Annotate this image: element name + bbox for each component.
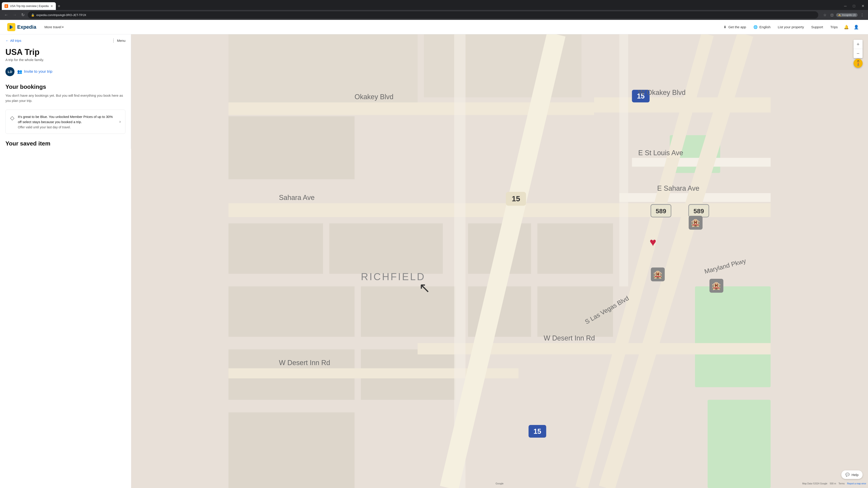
bell-icon: 🔔: [844, 25, 849, 30]
bookmark-button[interactable]: ☆: [822, 12, 828, 18]
panel-top-bar: ← All trips ⋮ Menu: [0, 34, 131, 45]
maximize-button[interactable]: □: [851, 3, 857, 9]
saved-items-title: Your saved item: [0, 138, 131, 149]
browser-chrome: E USA Trip trip overview | Expedia ✕ + ─…: [0, 0, 868, 20]
svg-text:15: 15: [533, 427, 541, 435]
svg-text:E Sahara Ave: E Sahara Ave: [657, 184, 700, 192]
help-button[interactable]: 💬 Help: [841, 470, 863, 479]
menu-label: Menu: [117, 39, 125, 42]
svg-rect-9: [228, 223, 323, 274]
back-arrow-icon: ←: [5, 39, 9, 42]
left-panel-wrapper: ← All trips ⋮ Menu USA Trip A trip for t…: [0, 34, 131, 488]
svg-text:589: 589: [656, 207, 666, 215]
incognito-label: Incognito (2): [842, 13, 856, 16]
svg-rect-15: [228, 412, 355, 488]
active-tab[interactable]: E USA Trip trip overview | Expedia ✕: [2, 2, 56, 10]
help-chat-icon: 💬: [845, 473, 850, 477]
list-property-label: List your property: [778, 25, 804, 29]
trips-button[interactable]: Trips: [827, 23, 841, 31]
forward-button[interactable]: →: [11, 12, 18, 18]
all-trips-link[interactable]: ← All trips: [5, 39, 21, 42]
invite-to-trip-button[interactable]: 👥 Invite to your trip: [17, 69, 53, 74]
menu-button[interactable]: ⋮ Menu: [112, 38, 125, 43]
split-screen-button[interactable]: ⊡: [829, 12, 835, 18]
more-travel-label: More travel: [44, 25, 61, 29]
promo-main-text: It's great to be Blue. You unlocked Memb…: [18, 114, 116, 125]
tab-favicon: E: [4, 4, 8, 8]
globe-icon: 🌐: [753, 25, 758, 29]
language-button[interactable]: 🌐 English: [750, 23, 774, 31]
svg-text:🏨: 🏨: [712, 281, 721, 290]
svg-marker-1: [11, 25, 13, 29]
site-navigation: Expedia More travel ▾ ⬇ Get the app 🌐 En…: [0, 20, 868, 34]
trips-label: Trips: [830, 25, 838, 29]
tab-title: USA Trip trip overview | Expedia: [10, 4, 49, 8]
page-wrapper: Expedia More travel ▾ ⬇ Get the app 🌐 En…: [0, 20, 868, 488]
url-text: expedia.com/trips/egti-0RO-JET-TPJX: [36, 13, 815, 17]
bookings-empty-text: You don't have any bookings yet. But you…: [0, 92, 131, 108]
back-button[interactable]: ←: [3, 12, 9, 18]
map-area[interactable]: 15 15 Okakey Blvd W Okakey Blvd Sahara A…: [131, 34, 868, 488]
list-property-button[interactable]: List your property: [775, 23, 807, 31]
lock-icon: 🔒: [31, 13, 35, 17]
svg-text:Okakey Blvd: Okakey Blvd: [355, 93, 394, 101]
svg-rect-5: [708, 400, 771, 488]
svg-rect-24: [417, 343, 771, 355]
trip-subtitle: A trip for the whole family.: [5, 58, 125, 62]
svg-rect-4: [695, 287, 771, 387]
download-icon: ⬇: [723, 25, 726, 29]
svg-text:W Okakey Blvd: W Okakey Blvd: [638, 89, 686, 96]
promo-text-content: It's great to be Blue. You unlocked Memb…: [18, 114, 116, 129]
minimize-button[interactable]: ─: [842, 3, 848, 9]
zoom-out-button[interactable]: −: [854, 49, 863, 58]
svg-text:Sahara Ave: Sahara Ave: [279, 194, 315, 201]
street-view-icon[interactable]: 🧍: [854, 59, 863, 68]
invite-label: Invite to your trip: [24, 69, 53, 74]
promo-card[interactable]: ◇ It's great to be Blue. You unlocked Me…: [5, 109, 125, 134]
support-button[interactable]: Support: [808, 23, 827, 31]
zoom-in-button[interactable]: +: [854, 40, 863, 49]
chevron-down-icon: ▾: [62, 26, 64, 29]
user-avatar: LD: [5, 67, 14, 76]
map-svg: 15 15 Okakey Blvd W Okakey Blvd Sahara A…: [131, 34, 868, 488]
svg-text:↖: ↖: [419, 280, 430, 295]
invite-section: LD 👥 Invite to your trip: [0, 65, 131, 80]
more-travel-button[interactable]: More travel ▾: [41, 23, 66, 31]
svg-text:🏨: 🏨: [653, 270, 662, 279]
add-person-icon: 👥: [17, 69, 22, 74]
report-error-link[interactable]: Report a map error: [847, 482, 866, 485]
map-data-label: Map Data ©2024 Google: [802, 482, 827, 485]
trip-info: USA Trip A trip for the whole family.: [0, 45, 131, 65]
google-label: Google: [495, 482, 503, 485]
new-tab-button[interactable]: +: [56, 2, 62, 10]
svg-rect-30: [619, 34, 628, 287]
svg-text:RICHFIELD: RICHFIELD: [361, 271, 426, 282]
logo-icon: [7, 23, 16, 31]
more-options-button[interactable]: ⋮: [859, 12, 865, 18]
main-area: ← All trips ⋮ Menu USA Trip A trip for t…: [0, 34, 868, 488]
tab-close-button[interactable]: ✕: [51, 4, 53, 8]
incognito-badge[interactable]: 🕵 Incognito (2): [836, 13, 858, 17]
notifications-button[interactable]: 🔔: [842, 23, 851, 32]
reload-button[interactable]: ↻: [20, 11, 26, 18]
get-app-button[interactable]: ⬇ Get the app: [720, 23, 749, 31]
svg-text:E St Louis Ave: E St Louis Ave: [638, 149, 683, 157]
address-bar[interactable]: 🔒 expedia.com/trips/egti-0RO-JET-TPJX: [28, 11, 818, 19]
menu-dots-icon: ⋮: [112, 38, 116, 43]
scale-label: 500 m: [830, 482, 836, 485]
help-label: Help: [851, 473, 859, 477]
user-icon: 👤: [854, 25, 859, 30]
support-label: Support: [811, 25, 823, 29]
all-trips-label: All trips: [10, 39, 21, 42]
map-zoom-controls: + −: [854, 40, 863, 58]
expedia-icon: [9, 25, 14, 30]
terms-link[interactable]: Terms: [839, 482, 845, 485]
expedia-logo[interactable]: Expedia: [7, 23, 36, 31]
close-window-button[interactable]: ✕: [860, 3, 866, 9]
get-app-label: Get the app: [728, 25, 746, 29]
promo-sub-text: Offer valid until your last day of trave…: [18, 125, 116, 129]
user-profile-button[interactable]: 👤: [852, 23, 861, 32]
svg-rect-17: [537, 223, 613, 274]
diamond-icon: ◇: [10, 115, 14, 121]
street-view-figure: 🧍: [854, 59, 863, 68]
